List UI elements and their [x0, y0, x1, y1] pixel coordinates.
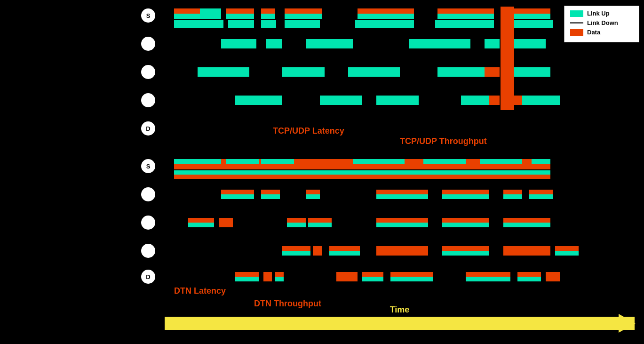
node-s-upper: S [141, 8, 155, 23]
node-3-lower [141, 216, 155, 230]
node-d-upper: D [141, 121, 155, 136]
row-d-lower [174, 272, 562, 281]
node-4-lower [141, 244, 155, 258]
legend: Link Up Link Down Data [564, 6, 639, 42]
legend-label-data: Data [587, 29, 600, 36]
legend-label-link-up: Link Up [587, 10, 610, 17]
node-4-upper [141, 93, 155, 107]
time-label: Time [390, 305, 410, 315]
row-3-lower [174, 218, 562, 227]
time-arrow [165, 317, 635, 330]
legend-color-data [570, 29, 583, 36]
row-s-lower-2 [174, 170, 562, 179]
legend-item-link-down: Link Down [570, 19, 633, 26]
tcp-throughput-label: TCP/UDP Throughput [400, 136, 487, 146]
node-s-lower: S [141, 159, 155, 173]
tcp-latency-label: TCP/UDP Latency [273, 126, 344, 136]
legend-item-link-up: Link Up [570, 10, 633, 17]
dtn-latency-label: DTN Latency [174, 286, 226, 296]
node-2-lower [141, 187, 155, 201]
main-container: Link Up Link Down Data S [0, 0, 644, 344]
arrow-head [619, 314, 636, 333]
node-2-upper [141, 37, 155, 51]
node-d-lower: D [141, 270, 155, 284]
row-2-lower [174, 190, 562, 199]
vertical-line-upper [500, 5, 501, 146]
red-tall-bar-upper [500, 7, 514, 110]
legend-color-link-down [570, 22, 583, 24]
row-s-lower-1 [174, 159, 562, 169]
time-arrow-container: Time [165, 305, 635, 330]
node-3-upper [141, 65, 155, 79]
row-4-lower [174, 246, 562, 256]
legend-label-link-down: Link Down [587, 19, 618, 26]
legend-color-link-up [570, 10, 583, 17]
legend-item-data: Data [570, 29, 633, 36]
